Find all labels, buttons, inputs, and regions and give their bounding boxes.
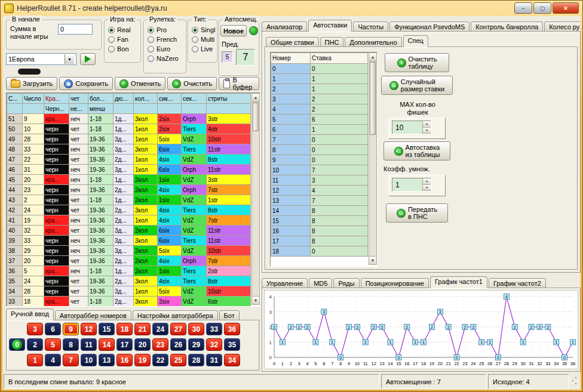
history-header-cell[interactable]: С... <box>7 94 23 104</box>
radio-multi[interactable]: Multi <box>192 35 216 44</box>
radio-real[interactable]: Real <box>108 25 139 35</box>
scroll-up-icon[interactable]: ▲ <box>369 53 376 61</box>
pad-number-34[interactable]: 34 <box>224 354 240 366</box>
pad-number-15[interactable]: 15 <box>99 323 115 335</box>
tab-управление[interactable]: Управление <box>262 278 308 288</box>
autoshift-icon[interactable] <box>249 26 258 35</box>
pad-number-32[interactable]: 32 <box>206 338 222 351</box>
pad-number-1[interactable]: 1 <box>27 354 43 366</box>
subtab-пнс[interactable]: ПНС <box>320 37 344 47</box>
radio-pro[interactable]: Pro <box>148 25 185 35</box>
pad-number-0[interactable]: 0 <box>9 338 25 351</box>
bet-stake-cell[interactable]: 0 <box>311 246 368 257</box>
spin-down-icon[interactable]: ▼ <box>423 128 431 134</box>
pad-number-9[interactable]: 9 <box>63 323 79 335</box>
history-header-cell[interactable]: стриты <box>207 94 251 104</box>
pad-number-19[interactable]: 19 <box>134 354 151 366</box>
history-header-cell[interactable]: сик... <box>158 94 182 104</box>
tab-автограббер-номеров[interactable]: Автограббер номеров <box>55 310 131 320</box>
bet-stake-cell[interactable]: 8 <box>311 216 368 226</box>
tab-анализатор[interactable]: Анализатор <box>262 21 307 32</box>
bet-stake-cell[interactable]: 8 <box>311 206 368 216</box>
history-subheader-cell[interactable] <box>158 104 182 114</box>
pad-number-28[interactable]: 28 <box>188 354 204 366</box>
clear-button[interactable]: ✕Очистить <box>167 77 217 90</box>
pad-number-27[interactable]: 27 <box>170 323 186 335</box>
pad-number-20[interactable]: 20 <box>134 338 151 351</box>
radio-singl[interactable]: Singl <box>192 25 216 35</box>
pad-number-36[interactable]: 36 <box>224 323 240 335</box>
pad-number-5[interactable]: 5 <box>45 338 61 351</box>
max-chips-value[interactable]: 10 <box>392 121 422 134</box>
pad-number-10[interactable]: 10 <box>81 354 97 366</box>
bet-scrollbar[interactable]: ▲ ▼ <box>369 53 377 265</box>
tab-частоты[interactable]: Частоты <box>353 21 388 32</box>
history-header-cell[interactable]: кол... <box>134 94 158 104</box>
max-chips-spinner[interactable]: 10 ▲▼ <box>392 121 431 134</box>
bet-stake-cell[interactable]: 8 <box>311 236 368 246</box>
pad-number-14[interactable]: 14 <box>99 338 115 351</box>
pad-number-17[interactable]: 17 <box>116 338 133 351</box>
start-sum-input[interactable]: 0 <box>58 24 93 35</box>
pad-number-11[interactable]: 11 <box>81 338 97 351</box>
spin-up-icon[interactable]: ▲ <box>423 178 431 185</box>
history-subheader-cell[interactable] <box>134 104 158 114</box>
subtab-спец[interactable]: Спец <box>403 35 428 47</box>
scroll-down-icon[interactable]: ▼ <box>369 256 376 264</box>
bet-stake-cell[interactable]: 7 <box>311 196 368 206</box>
tab-ряды[interactable]: Ряды <box>333 278 359 288</box>
pad-number-24[interactable]: 24 <box>152 323 168 335</box>
scroll-down-icon[interactable]: ▼ <box>252 296 259 304</box>
coef-spinner[interactable]: 1 ▲▼ <box>392 178 431 192</box>
history-header-cell[interactable]: сек... <box>182 94 207 104</box>
history-scrollbar-thumb[interactable] <box>253 103 259 131</box>
radio-french[interactable]: French <box>148 35 185 44</box>
new-button[interactable]: Новое <box>220 25 247 36</box>
undo-button[interactable]: ↶Отменить <box>115 77 165 90</box>
pad-number-6[interactable]: 6 <box>45 323 61 335</box>
history-subheader-cell[interactable] <box>113 104 134 114</box>
scroll-up-icon[interactable]: ▲ <box>252 94 259 102</box>
maximize-button[interactable]: ▢ <box>533 2 551 14</box>
bet-header-cell[interactable]: Ставка <box>311 53 368 64</box>
radio-icon[interactable] <box>148 27 154 33</box>
bet-scrollbar-thumb[interactable] <box>370 62 376 135</box>
minimize-button[interactable]: – <box>514 2 532 14</box>
subtab-общие-ставки[interactable]: Общие ставки <box>266 37 319 47</box>
radio-icon[interactable] <box>192 36 198 43</box>
radio-icon[interactable] <box>108 36 115 43</box>
tab-автоставки[interactable]: Автоставки <box>308 20 352 32</box>
history-subheader-cell[interactable] <box>207 104 251 114</box>
load-button[interactable]: Загрузить <box>6 77 57 90</box>
pad-number-23[interactable]: 23 <box>152 338 168 351</box>
radio-icon[interactable] <box>192 46 198 53</box>
pad-number-25[interactable]: 25 <box>170 354 186 366</box>
save-button[interactable]: ▣Сохранить <box>59 77 113 90</box>
spin-up-icon[interactable]: ▲ <box>423 121 431 128</box>
pad-number-8[interactable]: 8 <box>63 338 79 351</box>
history-subheader-cell[interactable] <box>23 104 44 114</box>
pad-number-7[interactable]: 7 <box>63 354 79 366</box>
radio-icon[interactable] <box>108 46 115 53</box>
chevron-down-icon[interactable]: ▼ <box>65 54 74 64</box>
to-buffer-button[interactable]: В буфер <box>219 77 259 90</box>
bet-stake-cell[interactable]: 7 <box>311 165 368 175</box>
bet-stake-cell[interactable]: 1 <box>311 125 368 135</box>
radio-icon[interactable] <box>148 46 154 53</box>
tab-настройки-автограббера[interactable]: Настройки автограббера <box>133 310 218 320</box>
radio-nazero[interactable]: NaZero <box>148 54 185 63</box>
history-subheader-cell[interactable]: Черн... <box>44 104 69 114</box>
bet-stake-cell[interactable]: 6 <box>311 115 368 125</box>
pad-number-22[interactable]: 22 <box>152 354 168 366</box>
autobet-from-table-button[interactable]: 41 Автоставкаиз таблицы <box>383 141 450 160</box>
tab-график-частот1[interactable]: График частот1 <box>430 276 487 288</box>
pad-number-3[interactable]: 3 <box>27 323 43 335</box>
game-select[interactable]: 1Европа ▼ <box>6 53 76 65</box>
bet-stake-cell[interactable]: 0 <box>311 155 368 165</box>
spin-down-icon[interactable]: ▼ <box>423 185 431 192</box>
start-button[interactable] <box>80 53 96 65</box>
bet-stake-cell[interactable]: 2 <box>311 104 368 115</box>
pad-number-30[interactable]: 30 <box>188 323 204 335</box>
history-header-cell[interactable]: Число <box>23 94 44 104</box>
random-stake-button[interactable]: ⚄ Случайныйразмер ставки <box>381 76 453 95</box>
